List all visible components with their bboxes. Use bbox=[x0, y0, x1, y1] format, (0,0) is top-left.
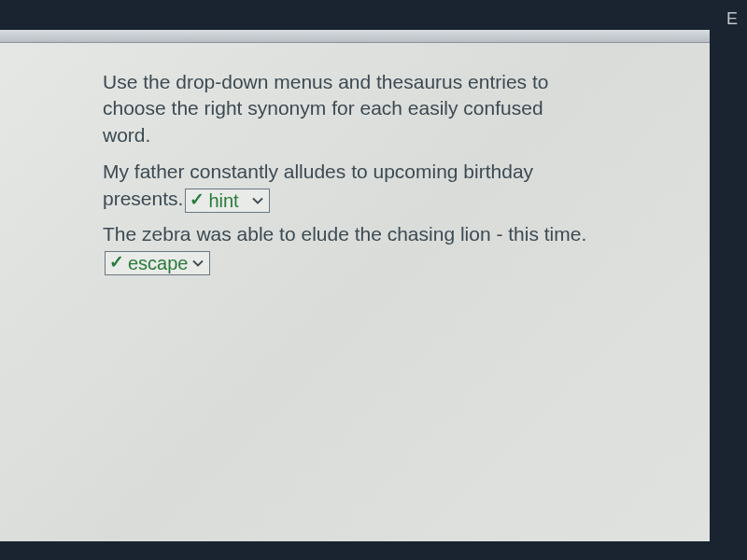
chevron-down-icon bbox=[192, 259, 204, 267]
question-text: My father constantly alludes to upcoming… bbox=[103, 158, 607, 213]
dropdown-value: hint bbox=[208, 188, 238, 214]
answer-dropdown[interactable]: ✓escape bbox=[105, 251, 210, 275]
check-icon: ✓ bbox=[109, 250, 124, 275]
answer-dropdown-wrap: ✓hint bbox=[185, 185, 269, 212]
screen-container: Use the drop-down menus and thesaurus en… bbox=[0, 0, 710, 560]
question-text: The zebra was able to elude the chasing … bbox=[103, 220, 607, 275]
instruction-text: Use the drop-down menus and thesaurus en… bbox=[103, 69, 588, 148]
check-icon: ✓ bbox=[190, 188, 204, 213]
question-sentence: The zebra was able to elude the chasing … bbox=[103, 223, 586, 245]
answer-dropdown-wrap: ✓escape bbox=[105, 247, 210, 274]
dropdown-value: escape bbox=[128, 250, 189, 276]
chevron-down-icon bbox=[252, 197, 263, 204]
question-block: My father constantly alludes to upcoming… bbox=[103, 158, 654, 213]
question-sentence: My father constantly alludes to upcoming… bbox=[103, 161, 533, 209]
content-area: Use the drop-down menus and thesaurus en… bbox=[0, 43, 710, 541]
window-top-bar bbox=[0, 30, 710, 43]
question-block: The zebra was able to elude the chasing … bbox=[103, 220, 654, 275]
answer-dropdown[interactable]: ✓hint bbox=[185, 189, 269, 213]
corner-letter: E bbox=[726, 9, 738, 29]
